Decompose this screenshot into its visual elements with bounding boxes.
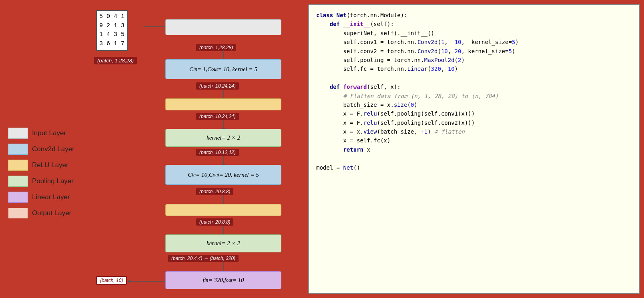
shape-after-relu2: (batch, 20,8,8) bbox=[196, 218, 233, 226]
legend-item-conv2d: Conv2d Layer bbox=[8, 144, 92, 155]
legend-box-input bbox=[8, 128, 28, 139]
legend-box-pooling bbox=[8, 176, 28, 187]
arrow-linear-output bbox=[130, 281, 165, 282]
legend-label-output: Output Layer bbox=[32, 209, 71, 217]
legend-item-pooling: Pooling Layer bbox=[8, 176, 92, 187]
arrow-relu2-pool2 bbox=[223, 226, 224, 234]
legend-box-relu bbox=[8, 160, 28, 171]
layer-input bbox=[165, 19, 281, 35]
code-panel: class Net(torch.nn.Module): def __init__… bbox=[308, 4, 640, 294]
legend-item-input: Input Layer bbox=[8, 128, 92, 139]
shape-after-conv2: (batch, 20,8,8) bbox=[196, 188, 233, 195]
legend-box-conv2d bbox=[8, 144, 28, 155]
shape-after-pool1: (batch, 10,12,12) bbox=[196, 149, 239, 156]
shape-after-input: (batch, 1,28,28) bbox=[196, 44, 236, 51]
legend-label-conv2d: Conv2d Layer bbox=[32, 145, 74, 153]
network-diagram: 5 0 4 19 2 1 31 4 3 53 6 1 7 (batch, 1,2… bbox=[92, 4, 304, 294]
legend-label-linear: Linear Layer bbox=[32, 193, 70, 201]
arrow-conv2-relu2 bbox=[223, 195, 224, 204]
arrow-relu1-pool1 bbox=[223, 120, 224, 129]
layer-relu2 bbox=[165, 204, 281, 216]
legend: Input Layer Conv2d Layer ReLU Layer Pool… bbox=[4, 4, 92, 294]
output-area: (batch, 10) bbox=[96, 276, 127, 285]
layer-pool2: kernel = 2 × 2 bbox=[165, 234, 281, 252]
legend-item-linear: Linear Layer bbox=[8, 192, 92, 203]
legend-box-output bbox=[8, 208, 28, 219]
layer-relu1 bbox=[165, 98, 281, 110]
input-image: 5 0 4 19 2 1 31 4 3 53 6 1 7 bbox=[96, 10, 128, 51]
diagram-panel: Input Layer Conv2d Layer ReLU Layer Pool… bbox=[4, 4, 304, 294]
shape-output: (batch, 10) bbox=[96, 276, 127, 285]
arrow-pool2-linear bbox=[223, 262, 224, 271]
input-batch-label: (batch, 1,28,28) bbox=[94, 57, 137, 64]
legend-item-relu: ReLU Layer bbox=[8, 160, 92, 171]
legend-label-pooling: Pooling Layer bbox=[32, 177, 74, 185]
shape-after-pool2: (batch, 20,4,4) → (batch, 320) bbox=[168, 255, 239, 262]
shape-after-conv1: (batch, 10,24,24) bbox=[196, 82, 239, 90]
legend-label-relu: ReLU Layer bbox=[32, 161, 68, 169]
arrow-input-conv1 bbox=[223, 50, 224, 59]
arrow-conv1-relu1 bbox=[223, 90, 224, 98]
arrow-pool1-conv2 bbox=[223, 156, 224, 165]
code-block: class Net(torch.nn.Module): def __init__… bbox=[316, 11, 632, 172]
legend-box-linear bbox=[8, 192, 28, 203]
layer-conv1: Cin = 1, Cout = 10, kernel = 5 bbox=[165, 59, 281, 79]
shape-after-relu1: (batch, 10,24,24) bbox=[196, 113, 239, 120]
layer-pool1: kernel = 2 × 2 bbox=[165, 129, 281, 147]
layer-linear: fin = 320, fout = 10 bbox=[165, 271, 281, 289]
arrow-img-to-input bbox=[143, 26, 165, 27]
legend-label-input: Input Layer bbox=[32, 129, 66, 137]
layer-conv2: Cin = 10, Cout = 20, kernel = 5 bbox=[165, 165, 281, 185]
legend-item-output: Output Layer bbox=[8, 208, 92, 219]
